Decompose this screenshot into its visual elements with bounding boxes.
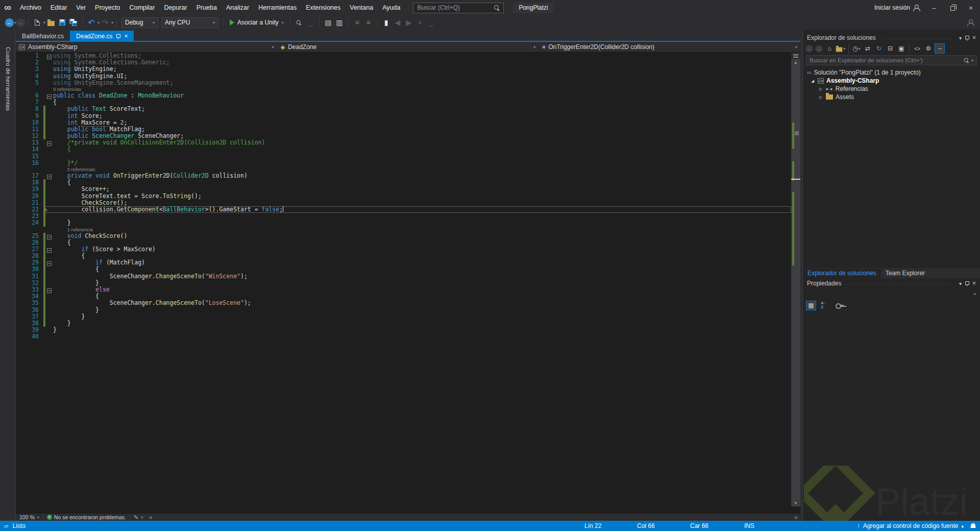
menu-ver[interactable]: Ver <box>71 0 90 15</box>
code-line-23[interactable]: 23 <box>16 213 791 220</box>
menu-herramientas[interactable]: Herramientas <box>254 0 301 15</box>
collapse-region-icon[interactable]: − <box>47 261 52 266</box>
uncomment-lines-button[interactable]: ≡ <box>363 17 374 28</box>
menu-depurar[interactable]: Depurar <box>159 0 191 15</box>
collapse-region-icon[interactable]: − <box>47 248 52 253</box>
fold-margin[interactable]: − <box>45 246 53 253</box>
bookmark-overflow[interactable]: _ <box>426 17 437 28</box>
alphabetical-sort-button[interactable]: A↓Z <box>818 301 828 310</box>
fold-margin[interactable]: − <box>45 286 53 293</box>
pin-icon[interactable] <box>116 34 120 39</box>
comment-button[interactable]: ▥ <box>334 17 345 28</box>
refresh-button[interactable]: ↻ <box>874 43 884 54</box>
clear-bookmarks-button[interactable]: × <box>414 17 426 28</box>
collapse-region-icon[interactable]: − <box>47 55 52 59</box>
fold-margin[interactable]: − <box>45 173 53 179</box>
tree-item-assets[interactable]: ▷ Assets <box>803 93 980 101</box>
properties-object-select[interactable]: ▾ <box>805 289 978 299</box>
pending-changes-filter-button[interactable]: ◷▾ <box>851 43 862 54</box>
code-line-9[interactable]: 9 int Score; <box>16 113 791 119</box>
new-file-button[interactable] <box>32 17 43 28</box>
fold-margin[interactable]: − <box>45 259 53 266</box>
code-line-40[interactable]: 40 <box>16 333 791 340</box>
window-menu-icon[interactable]: ▾ <box>959 35 962 41</box>
scroll-left-arrow[interactable]: ◀ <box>149 515 152 520</box>
preview-selected-items-button[interactable]: – <box>935 43 945 54</box>
menu-editar[interactable]: Editar <box>46 0 72 15</box>
code-line-14[interactable]: 14 { <box>16 146 791 153</box>
properties-button[interactable]: ⚙ <box>923 43 934 54</box>
editor-vertical-scrollbar[interactable]: ▲ ▼ <box>791 53 800 506</box>
type-dropdown[interactable]: ◆ DeadZone ▾ <box>278 42 540 52</box>
minimize-button[interactable]: – <box>925 0 943 15</box>
code-line-33[interactable]: 33− else <box>16 286 791 293</box>
code-editor[interactable]: 1−using System.Collections;2using System… <box>16 53 791 506</box>
tab-ballbehavior[interactable]: BallBehavior.cs <box>16 31 70 42</box>
collapse-region-icon[interactable]: − <box>47 141 52 146</box>
fold-margin[interactable]: − <box>45 53 53 59</box>
code-line-25[interactable]: 25− void CheckScore() <box>16 233 791 239</box>
platform-select[interactable]: Any CPU▾ <box>161 17 218 28</box>
se-back-button[interactable]: ← <box>805 45 813 52</box>
collapse-all-button[interactable]: ⊟ <box>885 43 895 54</box>
collapse-region-icon[interactable]: − <box>47 94 52 99</box>
toolbox-tab[interactable]: Cuadro de herramientas <box>4 47 11 111</box>
previous-bookmark-button[interactable]: ◀ <box>392 17 403 28</box>
code-line-8[interactable]: 8 public Text ScoreText; <box>16 106 791 112</box>
code-line-22[interactable]: 22✎ collision.GetComponent<BallBehavior>… <box>16 206 791 213</box>
close-icon[interactable]: × <box>972 280 976 287</box>
project-dropdown[interactable]: C# Assembly-CSharp ▾ <box>16 42 278 52</box>
code-line-36[interactable]: 36 } <box>16 307 791 313</box>
open-file-button[interactable] <box>45 17 57 28</box>
quick-search-input[interactable]: Buscar (Ctrl+Q) <box>413 3 504 13</box>
scrollbar-track[interactable] <box>791 66 800 500</box>
fold-margin[interactable]: − <box>45 139 53 146</box>
code-line-35[interactable]: 35 SceneChanger.ChangeSceneTo("LoseScene… <box>16 300 791 306</box>
navigate-cursor-button[interactable]: ▤ <box>323 17 334 28</box>
redo-button[interactable]: ↷ <box>100 17 111 28</box>
feedback-icon[interactable] <box>965 17 976 28</box>
menu-extensiones[interactable]: Extensiones <box>301 0 345 15</box>
code-line-18[interactable]: 18 { <box>16 179 791 186</box>
pin-icon[interactable] <box>965 281 969 286</box>
editor-horizontal-scrollbar[interactable]: ◀ ▶ <box>146 514 800 521</box>
view-code-button[interactable]: <> <box>912 43 922 54</box>
close-button[interactable]: × <box>962 0 980 15</box>
code-line-20[interactable]: 20 ScoreText.text = Score.ToString(); <box>16 193 791 200</box>
restore-button[interactable] <box>943 0 962 15</box>
sync-with-active-document-button[interactable]: ⇄ <box>863 43 873 54</box>
menu-ventana[interactable]: Ventana <box>345 0 378 15</box>
code-line-16[interactable]: 16 }*/ <box>16 160 791 166</box>
fold-margin[interactable]: − <box>45 92 53 99</box>
collapse-region-icon[interactable]: − <box>47 288 52 293</box>
window-menu-icon[interactable]: ▾ <box>959 281 962 286</box>
code-line-17[interactable]: 17− private void OnTriggerEnter2D(Collid… <box>16 173 791 179</box>
code-line-13[interactable]: 13− /*private void OnCollisionEnter2D(Co… <box>16 139 791 146</box>
undo-button[interactable]: ↶ <box>86 17 97 28</box>
collapse-region-icon[interactable]: − <box>47 235 52 239</box>
scrollbar-thumb[interactable] <box>795 131 799 135</box>
find-in-files-button[interactable] <box>293 17 305 28</box>
code-line-27[interactable]: 27− if (Score > MaxScore) <box>16 246 791 253</box>
pin-icon[interactable] <box>965 35 969 41</box>
collapsed-arrow-icon[interactable]: ▷ <box>818 95 823 100</box>
navigate-forward-button[interactable]: → <box>16 18 25 27</box>
health-indicator[interactable]: ✓ No se encontraron problemas. <box>43 514 130 521</box>
tree-item-references[interactable]: ▷ ■-■ Referencias <box>803 85 980 93</box>
debug-configuration-select[interactable]: Debug▾ <box>121 17 158 28</box>
code-line-6[interactable]: 6−public class DeadZone : MonoBehaviour <box>16 92 791 99</box>
attach-to-unity-button[interactable]: Asociar a Unity ▾ <box>227 19 287 26</box>
member-dropdown[interactable]: ■ OnTriggerEnter2D(Collider2D collision)… <box>539 42 800 52</box>
properties-header[interactable]: Propiedades ▾ × <box>803 278 980 288</box>
tab-deadzone[interactable]: DeadZone.cs × <box>70 31 134 42</box>
se-forward-button[interactable]: → <box>815 45 822 52</box>
code-line-29[interactable]: 29− if (MatchFlag) <box>16 259 791 266</box>
code-line-2[interactable]: 2using System.Collections.Generic; <box>16 59 791 66</box>
code-line-24[interactable]: 24 } <box>16 220 791 226</box>
split-editor-handle[interactable] <box>791 53 800 59</box>
notifications-button[interactable] <box>970 521 976 531</box>
save-all-button[interactable] <box>68 17 79 28</box>
switch-views-button[interactable]: ▾ <box>836 43 846 54</box>
menu-ayuda[interactable]: Ayuda <box>378 0 405 15</box>
sign-in-button[interactable]: Iniciar sesión <box>869 4 925 11</box>
